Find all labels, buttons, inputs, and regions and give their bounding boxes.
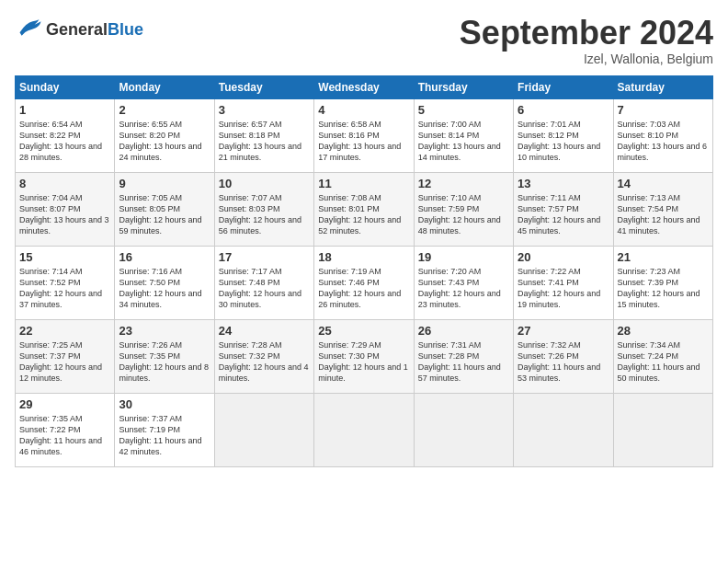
calendar-body: 1Sunrise: 6:54 AMSunset: 8:22 PMDaylight… xyxy=(16,98,713,466)
day-number: 27 xyxy=(518,324,609,338)
day-number: 8 xyxy=(19,177,110,190)
week-row-3: 15Sunrise: 7:14 AMSunset: 7:52 PMDayligh… xyxy=(16,246,713,319)
day-content: Sunrise: 7:01 AMSunset: 8:12 PMDaylight:… xyxy=(518,119,609,164)
calendar-cell: 19Sunrise: 7:20 AMSunset: 7:43 PMDayligh… xyxy=(414,246,513,319)
day-number: 15 xyxy=(19,250,110,264)
day-content: Sunrise: 7:37 AMSunset: 7:19 PMDaylight:… xyxy=(119,413,210,458)
day-number: 3 xyxy=(219,103,310,117)
title-area: September 2024 Izel, Wallonia, Belgium xyxy=(460,15,713,66)
col-monday: Monday xyxy=(115,75,214,98)
calendar-cell: 1Sunrise: 6:54 AMSunset: 8:22 PMDaylight… xyxy=(16,98,115,172)
day-number: 30 xyxy=(119,397,210,411)
calendar-cell: 13Sunrise: 7:11 AMSunset: 7:57 PMDayligh… xyxy=(514,172,613,246)
day-number: 12 xyxy=(418,177,509,190)
calendar-cell: 8Sunrise: 7:04 AMSunset: 8:07 PMDaylight… xyxy=(16,172,115,246)
day-content: Sunrise: 7:25 AMSunset: 7:37 PMDaylight:… xyxy=(19,339,110,385)
day-number: 16 xyxy=(119,250,210,264)
day-content: Sunrise: 7:17 AMSunset: 7:48 PMDaylight:… xyxy=(219,266,310,311)
day-number: 23 xyxy=(119,324,210,338)
day-number: 2 xyxy=(119,103,210,117)
day-content: Sunrise: 7:07 AMSunset: 8:03 PMDaylight:… xyxy=(219,192,310,237)
day-number: 22 xyxy=(19,324,110,338)
calendar-cell: 28Sunrise: 7:34 AMSunset: 7:24 PMDayligh… xyxy=(613,319,712,393)
day-number: 1 xyxy=(19,103,110,117)
day-content: Sunrise: 7:16 AMSunset: 7:50 PMDaylight:… xyxy=(119,266,210,311)
calendar-cell: 29Sunrise: 7:35 AMSunset: 7:22 PMDayligh… xyxy=(16,393,115,466)
calendar-cell: 10Sunrise: 7:07 AMSunset: 8:03 PMDayligh… xyxy=(214,172,313,246)
col-saturday: Saturday xyxy=(613,75,712,98)
day-content: Sunrise: 7:32 AMSunset: 7:26 PMDaylight:… xyxy=(518,339,609,385)
day-content: Sunrise: 7:28 AMSunset: 7:32 PMDaylight:… xyxy=(219,339,310,385)
day-number: 5 xyxy=(418,103,509,117)
day-content: Sunrise: 7:10 AMSunset: 7:59 PMDaylight:… xyxy=(418,192,509,237)
calendar-cell: 30Sunrise: 7:37 AMSunset: 7:19 PMDayligh… xyxy=(115,393,214,466)
week-row-4: 22Sunrise: 7:25 AMSunset: 7:37 PMDayligh… xyxy=(16,319,713,393)
day-number: 25 xyxy=(318,324,409,338)
location-title: Izel, Wallonia, Belgium xyxy=(460,52,713,66)
day-content: Sunrise: 7:20 AMSunset: 7:43 PMDaylight:… xyxy=(418,266,509,311)
day-number: 10 xyxy=(219,177,310,190)
day-number: 26 xyxy=(418,324,509,338)
calendar-cell: 11Sunrise: 7:08 AMSunset: 8:01 PMDayligh… xyxy=(314,172,414,246)
day-content: Sunrise: 7:00 AMSunset: 8:14 PMDaylight:… xyxy=(418,119,509,164)
day-content: Sunrise: 7:05 AMSunset: 8:05 PMDaylight:… xyxy=(119,192,210,237)
day-number: 28 xyxy=(618,324,709,338)
col-sunday: Sunday xyxy=(16,75,115,98)
logo-text: GeneralBlue xyxy=(46,21,143,38)
calendar-cell: 9Sunrise: 7:05 AMSunset: 8:05 PMDaylight… xyxy=(115,172,214,246)
logo: GeneralBlue xyxy=(15,15,143,44)
calendar-cell: 5Sunrise: 7:00 AMSunset: 8:14 PMDaylight… xyxy=(414,98,513,172)
calendar-table: Sunday Monday Tuesday Wednesday Thursday… xyxy=(15,75,713,467)
page-header: GeneralBlue September 2024 Izel, Walloni… xyxy=(15,15,713,66)
day-content: Sunrise: 6:54 AMSunset: 8:22 PMDaylight:… xyxy=(19,119,110,164)
calendar-cell: 21Sunrise: 7:23 AMSunset: 7:39 PMDayligh… xyxy=(613,246,712,319)
calendar-cell: 22Sunrise: 7:25 AMSunset: 7:37 PMDayligh… xyxy=(16,319,115,393)
calendar-cell: 23Sunrise: 7:26 AMSunset: 7:35 PMDayligh… xyxy=(115,319,214,393)
header-row: Sunday Monday Tuesday Wednesday Thursday… xyxy=(16,75,713,98)
calendar-cell: 2Sunrise: 6:55 AMSunset: 8:20 PMDaylight… xyxy=(115,98,214,172)
day-content: Sunrise: 7:31 AMSunset: 7:28 PMDaylight:… xyxy=(418,339,509,385)
calendar-cell: 18Sunrise: 7:19 AMSunset: 7:46 PMDayligh… xyxy=(314,246,414,319)
day-content: Sunrise: 6:57 AMSunset: 8:18 PMDaylight:… xyxy=(219,119,310,164)
day-number: 20 xyxy=(518,250,609,264)
col-friday: Friday xyxy=(514,75,613,98)
day-number: 18 xyxy=(318,250,409,264)
day-number: 9 xyxy=(119,177,210,190)
calendar-cell: 14Sunrise: 7:13 AMSunset: 7:54 PMDayligh… xyxy=(613,172,712,246)
col-thursday: Thursday xyxy=(414,75,513,98)
day-content: Sunrise: 7:22 AMSunset: 7:41 PMDaylight:… xyxy=(518,266,609,311)
day-number: 17 xyxy=(219,250,310,264)
calendar-cell: 15Sunrise: 7:14 AMSunset: 7:52 PMDayligh… xyxy=(16,246,115,319)
day-content: Sunrise: 7:26 AMSunset: 7:35 PMDaylight:… xyxy=(119,339,210,385)
day-content: Sunrise: 7:08 AMSunset: 8:01 PMDaylight:… xyxy=(318,192,409,237)
day-content: Sunrise: 7:29 AMSunset: 7:30 PMDaylight:… xyxy=(318,339,409,385)
calendar-cell: 27Sunrise: 7:32 AMSunset: 7:26 PMDayligh… xyxy=(514,319,613,393)
day-content: Sunrise: 7:03 AMSunset: 8:10 PMDaylight:… xyxy=(618,119,709,164)
day-content: Sunrise: 7:23 AMSunset: 7:39 PMDaylight:… xyxy=(618,266,709,311)
week-row-5: 29Sunrise: 7:35 AMSunset: 7:22 PMDayligh… xyxy=(16,393,713,466)
day-number: 19 xyxy=(418,250,509,264)
calendar-cell xyxy=(613,393,712,466)
week-row-2: 8Sunrise: 7:04 AMSunset: 8:07 PMDaylight… xyxy=(16,172,713,246)
calendar-cell: 20Sunrise: 7:22 AMSunset: 7:41 PMDayligh… xyxy=(514,246,613,319)
calendar-cell: 24Sunrise: 7:28 AMSunset: 7:32 PMDayligh… xyxy=(214,319,313,393)
day-number: 11 xyxy=(318,177,409,190)
day-number: 14 xyxy=(618,177,709,190)
calendar-cell: 25Sunrise: 7:29 AMSunset: 7:30 PMDayligh… xyxy=(314,319,414,393)
day-content: Sunrise: 6:55 AMSunset: 8:20 PMDaylight:… xyxy=(119,119,210,164)
day-content: Sunrise: 7:11 AMSunset: 7:57 PMDaylight:… xyxy=(518,192,609,237)
calendar-cell: 6Sunrise: 7:01 AMSunset: 8:12 PMDaylight… xyxy=(514,98,613,172)
day-number: 6 xyxy=(518,103,609,117)
day-content: Sunrise: 7:35 AMSunset: 7:22 PMDaylight:… xyxy=(19,413,110,458)
day-number: 24 xyxy=(219,324,310,338)
day-content: Sunrise: 6:58 AMSunset: 8:16 PMDaylight:… xyxy=(318,119,409,164)
logo-bird-icon xyxy=(17,15,42,40)
day-number: 29 xyxy=(19,397,110,411)
calendar-cell: 12Sunrise: 7:10 AMSunset: 7:59 PMDayligh… xyxy=(414,172,513,246)
calendar-cell xyxy=(214,393,313,466)
day-number: 7 xyxy=(618,103,709,117)
month-title: September 2024 xyxy=(460,15,713,52)
day-number: 21 xyxy=(618,250,709,264)
col-tuesday: Tuesday xyxy=(214,75,313,98)
calendar-cell xyxy=(414,393,513,466)
